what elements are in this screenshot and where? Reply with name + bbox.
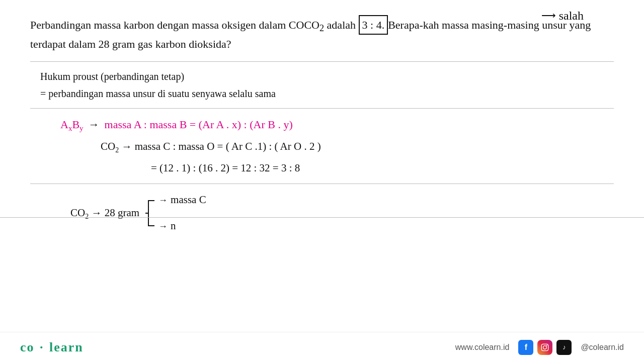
social-handle: @colearn.id bbox=[581, 343, 624, 352]
instagram-icon[interactable] bbox=[537, 340, 552, 355]
arrow-to-salah: ⟶ bbox=[541, 9, 556, 21]
instagram-svg bbox=[541, 343, 549, 351]
co2-symbol: CO2 bbox=[304, 19, 324, 31]
branch-arrow-2: → bbox=[158, 218, 168, 235]
branch-2-row: → n bbox=[158, 216, 206, 236]
branch-labels: → massa C → n bbox=[158, 190, 206, 236]
salah-label: salah bbox=[559, 9, 584, 23]
boxed-ratio: 3 : 4. bbox=[359, 15, 388, 35]
step-line: CO2 → 28 gram → massa C → n bbox=[70, 190, 614, 236]
bracket-svg bbox=[144, 198, 156, 228]
brand-logo: co · learn bbox=[20, 340, 84, 355]
divider-3 bbox=[30, 184, 614, 184]
brand-dot: · bbox=[40, 340, 44, 354]
formula-rest: massa A : massa B = (Ar A . x) : (Ar B .… bbox=[105, 115, 293, 135]
section-hukum: Hukum proust (perbandingan tetap) = perb… bbox=[40, 68, 614, 102]
question-text: Perbandingan massa karbon dengan massa o… bbox=[30, 15, 614, 52]
social-icons: f ♪ bbox=[518, 340, 572, 355]
axby-label: AxBy bbox=[60, 115, 84, 135]
section-formula: AxBy → massa A : massa B = (Ar A . x) : … bbox=[40, 115, 614, 178]
question-part1: Perbandingan massa karbon dengan massa o… bbox=[30, 19, 304, 31]
svg-point-3 bbox=[546, 345, 547, 346]
divider-1 bbox=[30, 61, 614, 62]
section-steps: CO2 → 28 gram → massa C → n bbox=[70, 190, 614, 236]
facebook-icon[interactable]: f bbox=[518, 340, 533, 355]
bracket-group: → massa C → n bbox=[144, 190, 206, 236]
co2-line-prefix: CO2 → massa C : massa O = ( Ar C .1) : (… bbox=[101, 137, 321, 156]
branch-2-label: n bbox=[171, 216, 176, 236]
brand-learn: learn bbox=[49, 340, 84, 354]
question-part2: adalah bbox=[324, 19, 358, 31]
main-content: ⟶ salah Perbandingan massa karbon dengan… bbox=[0, 0, 644, 250]
bottom-bar: co · learn www.colearn.id f ♪ @colearn.i… bbox=[0, 332, 644, 362]
formula-line-1: AxBy → massa A : massa B = (Ar A . x) : … bbox=[60, 115, 614, 135]
tiktok-icon[interactable]: ♪ bbox=[556, 340, 572, 355]
calc-line: = (12 . 1) : (16 . 2) = 12 : 32 = 3 : 8 bbox=[151, 159, 300, 178]
branch-1-row: → massa C bbox=[158, 190, 206, 210]
formula-line-3: = (12 . 1) : (16 . 2) = 12 : 32 = 3 : 8 bbox=[151, 159, 614, 178]
hukum-definition: = perbandingan massa unsur di suatu seny… bbox=[40, 85, 614, 102]
right-bar: www.colearn.id f ♪ @colearn.id bbox=[455, 340, 624, 355]
formula-line-2: CO2 → massa C : massa O = ( Ar C .1) : (… bbox=[101, 137, 614, 156]
arrow-1: → bbox=[89, 115, 100, 135]
divider-bottom bbox=[0, 217, 644, 218]
svg-rect-1 bbox=[542, 344, 548, 350]
hukum-title: Hukum proust (perbandingan tetap) bbox=[40, 68, 614, 85]
co2-28gram: CO2 → 28 gram bbox=[70, 203, 139, 224]
question-block: Perbandingan massa karbon dengan massa o… bbox=[30, 15, 614, 52]
branch-arrow-1: → bbox=[158, 192, 168, 209]
website-url: www.colearn.id bbox=[455, 343, 510, 352]
divider-2 bbox=[30, 108, 614, 109]
svg-point-2 bbox=[543, 345, 547, 349]
branch-1-label: massa C bbox=[171, 190, 206, 210]
brand-co: co bbox=[20, 340, 35, 354]
co2-sub: 2 bbox=[319, 23, 324, 33]
salah-annotation: ⟶ salah bbox=[541, 9, 584, 23]
